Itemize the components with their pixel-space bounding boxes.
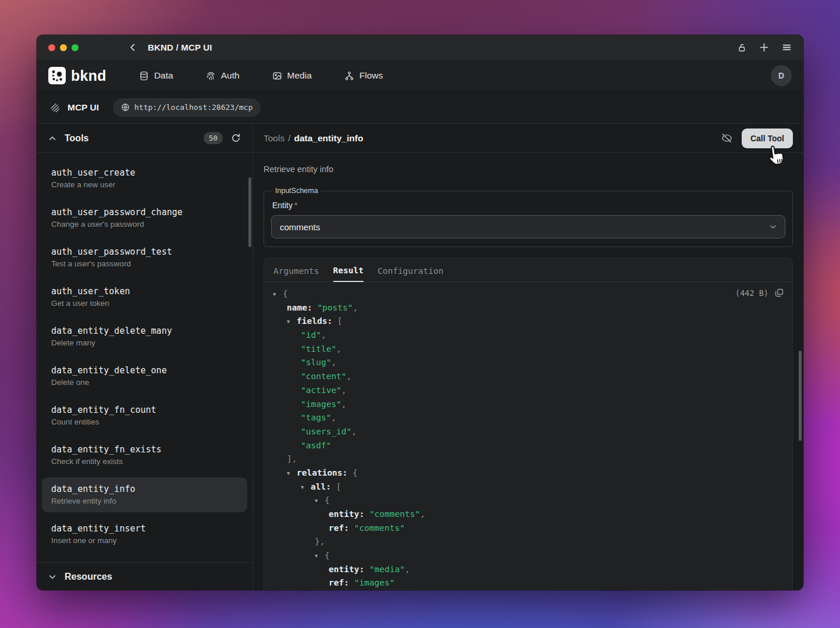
call-tool-button[interactable]: Call Tool [742,129,793,148]
hamburger-icon [782,42,792,52]
avatar[interactable]: D [771,65,792,86]
json-string: "images" [354,578,395,587]
json-string: "comments" [369,509,420,519]
tool-item-auth_user_create[interactable]: auth_user_createCreate a new user [42,161,247,196]
chevron-up-icon [48,134,56,142]
resources-section-label: Resources [65,572,112,582]
chevron-down-icon [48,573,56,581]
tools-section-header[interactable]: Tools 50 [37,124,252,153]
back-button[interactable] [129,43,137,52]
json-punctuation: , [405,565,410,574]
json-string: "content" [301,372,347,381]
zoom-window-button[interactable] [72,44,79,51]
tool-description: Count entities [51,417,238,427]
tool-item-data_entity_fn_exists[interactable]: data_entity_fn_existsCheck if entity exi… [42,438,247,473]
globe-icon [121,103,130,112]
brand-name: bknd [71,67,106,84]
tab-arguments[interactable]: Arguments [273,258,319,281]
tool-description: Delete one [51,377,238,388]
json-line: entity: "comments", [264,508,792,522]
refresh-tools-button[interactable] [231,133,241,143]
flow-icon [344,71,354,81]
tool-item-data_entity_delete_many[interactable]: data_entity_delete_manyDelete many [42,319,247,354]
tool-item-data_entity_delete_one[interactable]: data_entity_delete_oneDelete one [42,359,247,394]
json-line: entity: "media", [264,563,792,577]
json-string: "posts" [317,303,353,312]
lock-open-icon [737,43,746,52]
tool-name: auth_user_create [51,167,238,179]
json-punctuation: [ [336,482,341,491]
tool-item-data_entity_insert[interactable]: data_entity_insertInsert one or many [42,517,247,552]
tool-name: data_entity_fn_exists [51,444,238,455]
tool-item-data_entity_fn_count[interactable]: data_entity_fn_countCount entities [42,398,247,433]
tool-item-auth_user_token[interactable]: auth_user_tokenGet a user token [42,280,247,315]
json-line: name: "posts", [264,301,792,315]
tool-description: Check if entity exists [51,456,238,467]
copy-result-button[interactable] [774,288,784,298]
tool-item-data_entity_info[interactable]: data_entity_infoRetrieve entity info [42,477,247,512]
server-url: http://localhost:28623/mcp [134,103,253,112]
json-collapse-toggle-icon[interactable]: ▼ [287,467,297,481]
tool-name: auth_user_token [51,286,238,297]
fingerprint-icon [206,71,216,81]
nav-items: Data Auth Media Flows [139,70,383,81]
json-line: "tags", [264,411,792,425]
database-icon [139,71,149,81]
json-collapse-toggle-icon[interactable]: ▼ [301,481,311,495]
tool-item-auth_user_password_change[interactable]: auth_user_password_changeChange a user's… [42,201,247,236]
tool-name: data_entity_info [51,483,238,495]
main-scrollbar[interactable] [799,351,802,441]
result-size-label: (442 B) [735,288,768,298]
menu-button[interactable] [782,42,792,52]
tool-description: Retrieve entity info [264,165,793,174]
hide-result-button[interactable] [721,133,732,144]
json-punctuation: , [347,372,352,381]
json-key: name: [287,303,317,312]
json-line: "slug", [264,356,792,370]
tab-result[interactable]: Result [333,258,364,282]
main-panel: Tools/data_entity_info Call Tool Retriev… [253,124,803,590]
nav-item-auth[interactable]: Auth [206,70,240,81]
nav-item-flows[interactable]: Flows [344,70,383,81]
json-key: entity: [329,565,369,574]
resources-section-header[interactable]: Resources [37,562,252,590]
json-string: "active" [301,386,341,395]
copy-icon [774,288,784,298]
tools-section-label: Tools [65,133,88,144]
tool-item-auth_user_password_test[interactable]: auth_user_password_testTest a user's pas… [42,240,247,275]
json-collapse-toggle-icon[interactable]: ▼ [315,550,325,563]
tool-description: Retrieve entity info [51,496,238,506]
nav-item-data[interactable]: Data [139,70,173,81]
json-line: "asdf" [264,439,792,453]
lock-button[interactable] [737,43,746,52]
json-punctuation: [ [337,316,343,326]
server-url-chip[interactable]: http://localhost:28623/mcp [113,98,261,117]
entity-select[interactable]: comments [271,215,785,238]
json-string: "tags" [301,413,331,422]
tool-name: data_entity_delete_one [51,365,238,376]
close-window-button[interactable] [48,44,55,51]
json-collapse-toggle-icon[interactable]: ▼ [287,315,297,329]
tool-description: Change a user's password [51,219,238,230]
minimize-window-button[interactable] [60,44,67,51]
entity-select-value: comments [280,222,320,232]
json-punctuation: , [353,303,358,312]
breadcrumb-section[interactable]: Tools [264,133,284,143]
json-line: ▼all: [ [264,480,792,494]
json-line: "id", [264,329,792,342]
brand[interactable]: bknd [48,67,106,84]
json-line: ▼relations: { [264,466,792,480]
json-line: ▼{ [264,287,792,301]
tab-configuration[interactable]: Configuration [378,258,444,281]
json-punctuation: { [325,551,330,560]
nav-label: Flows [360,70,383,81]
new-tab-button[interactable] [759,42,769,52]
app-navbar: bknd Data Auth Media Flows D [37,60,803,91]
sidebar-scrollbar[interactable] [248,177,251,247]
nav-item-media[interactable]: Media [272,70,312,81]
json-collapse-toggle-icon[interactable]: ▼ [315,494,325,508]
json-string: "comments" [354,523,405,533]
json-string: "slug" [301,358,331,367]
json-collapse-toggle-icon[interactable]: ▼ [273,288,283,302]
json-punctuation: }, [315,537,325,546]
